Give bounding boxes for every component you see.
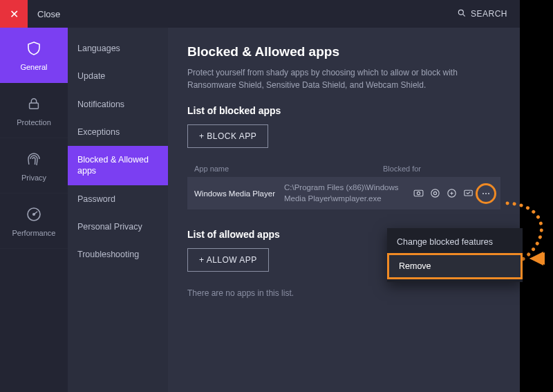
subnav-item-update[interactable]: Update	[68, 62, 168, 90]
search-button[interactable]: SEARCH	[457, 8, 507, 20]
gauge-icon	[25, 205, 43, 223]
svg-point-6	[417, 192, 420, 194]
search-icon	[457, 8, 467, 20]
svg-rect-2	[30, 103, 39, 109]
category-rail: General Protection Privacy Performance	[0, 28, 68, 392]
svg-marker-15	[529, 252, 545, 265]
blocked-for-icons	[412, 186, 494, 201]
remote-access-shield-icon	[462, 187, 474, 200]
settings-window: ✕ Close SEARCH General Protection	[0, 0, 520, 392]
rail-item-general[interactable]: General	[0, 28, 68, 83]
ransomware-shield-icon	[445, 187, 458, 200]
blocked-table-header: App name Blocked for	[187, 160, 500, 177]
row-context-menu: Change blocked features Remove	[387, 228, 523, 282]
titlebar: ✕ Close SEARCH	[0, 0, 520, 28]
menu-change-blocked-features[interactable]: Change blocked features	[387, 231, 523, 253]
sensitive-data-shield-icon	[429, 187, 441, 200]
page-description: Protect yourself from shady apps by choo…	[187, 66, 500, 91]
subnav-item-languages[interactable]: Languages	[68, 35, 168, 62]
lock-icon	[25, 95, 43, 113]
svg-point-4	[33, 213, 35, 215]
svg-point-7	[431, 189, 438, 197]
body: General Protection Privacy Performance	[0, 28, 520, 392]
allow-app-button[interactable]: + ALLOW APP	[187, 248, 269, 272]
shield-icon	[25, 39, 43, 57]
annotation-arrow-icon	[529, 250, 553, 270]
row-more-button[interactable]	[478, 186, 494, 201]
blocked-app-row: Windows Media Player C:\Program Files (x…	[187, 177, 500, 209]
allowed-empty-text: There are no apps in this list.	[187, 288, 500, 298]
col-app-name: App name	[194, 165, 284, 173]
page-title: Blocked & Allowed apps	[187, 44, 500, 59]
block-app-button[interactable]: + BLOCK APP	[187, 124, 268, 148]
svg-point-0	[458, 10, 463, 15]
rail-item-protection[interactable]: Protection	[0, 83, 68, 138]
close-button[interactable]: ✕	[0, 0, 28, 28]
webcam-shield-icon	[412, 187, 424, 200]
svg-point-8	[433, 192, 436, 194]
subnav: Languages Update Notifications Exception…	[68, 28, 168, 392]
rail-item-performance[interactable]: Performance	[0, 194, 68, 249]
subnav-item-personal-privacy[interactable]: Personal Privacy	[68, 213, 168, 241]
close-label[interactable]: Close	[37, 9, 60, 19]
subnav-item-troubleshooting[interactable]: Troubleshooting	[68, 241, 168, 268]
svg-line-1	[462, 14, 465, 16]
svg-point-11	[482, 192, 484, 194]
fingerprint-icon	[25, 150, 43, 168]
subnav-item-exceptions[interactable]: Exceptions	[68, 118, 168, 146]
rail-label: Protection	[17, 118, 51, 127]
subnav-item-notifications[interactable]: Notifications	[68, 91, 168, 118]
rail-item-privacy[interactable]: Privacy	[0, 138, 68, 194]
search-label: SEARCH	[471, 9, 507, 19]
app-path: C:\Program Files (x86)\Windows Media Pla…	[284, 183, 412, 204]
menu-remove[interactable]: Remove	[387, 253, 523, 279]
svg-rect-5	[414, 190, 423, 196]
main-panel: Blocked & Allowed apps Protect yourself …	[168, 28, 520, 392]
rail-label: Performance	[12, 229, 56, 237]
rail-label: Privacy	[21, 174, 46, 182]
subnav-item-blocked-allowed-apps[interactable]: Blocked & Allowed apps	[68, 146, 168, 185]
blocked-heading: List of blocked apps	[187, 105, 500, 116]
col-blocked-for: Blocked for	[383, 165, 494, 173]
svg-point-12	[485, 192, 487, 194]
subnav-item-password[interactable]: Password	[68, 185, 168, 213]
svg-point-13	[488, 192, 489, 194]
rail-label: General	[20, 63, 47, 71]
app-name: Windows Media Player	[194, 189, 284, 198]
close-icon: ✕	[10, 8, 19, 21]
